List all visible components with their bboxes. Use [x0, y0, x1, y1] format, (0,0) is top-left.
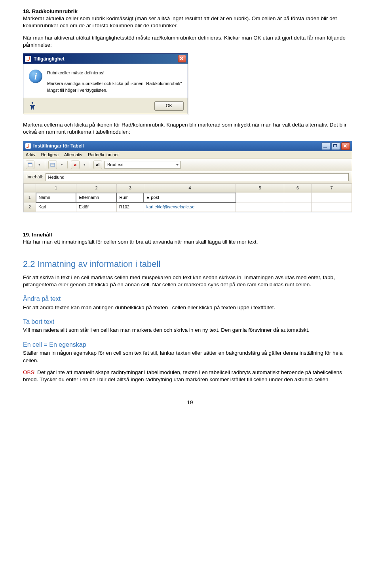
maximize-button[interactable] — [331, 142, 340, 150]
p-change-text: För att ändra texten kan man antingen du… — [23, 304, 357, 311]
obs-label: OBS! — [23, 369, 36, 375]
col-header[interactable]: 1 — [36, 183, 76, 193]
p-remove-text: Vill man radera allt som står i en cell … — [23, 327, 357, 334]
combo-value: Brödtext — [107, 162, 124, 168]
cell[interactable] — [236, 193, 284, 202]
a-color-icon[interactable]: a — [71, 161, 80, 169]
menu-arkiv[interactable]: Arkiv — [26, 152, 35, 158]
table-row: 2 Karl Eklöf R102 karl.eklof@senselogic.… — [24, 202, 352, 212]
content-bar: Innehåll: Hedlund — [23, 171, 352, 183]
ok-button[interactable]: OK — [154, 101, 184, 111]
dialog-title: Tillgänglighet — [34, 56, 65, 62]
col-header[interactable]: 5 — [236, 183, 284, 193]
dialog-line1: Rubrikceller måste definieras! — [47, 70, 182, 76]
menubar: Arkiv Redigera Alternativ Rader/kolumner — [23, 151, 352, 159]
cell[interactable]: Efternamn — [76, 193, 116, 202]
menu-redigera[interactable]: Redigera — [41, 152, 59, 158]
cell[interactable]: R102 — [116, 202, 144, 212]
col-header[interactable]: 2 — [76, 183, 116, 193]
menu-rader-kolumner[interactable]: Rader/kolumner — [88, 152, 119, 158]
cell[interactable] — [236, 202, 284, 212]
section-2-2-heading: 2.2 Inmatning av information i tabell — [23, 258, 357, 270]
info-icon: i — [29, 70, 42, 83]
p-cell-property: Ställer man in någon egenskap för en cel… — [23, 350, 357, 364]
java-icon — [25, 143, 31, 149]
toolbar-icon-generic[interactable] — [48, 161, 57, 169]
cell[interactable]: E-post — [144, 193, 236, 202]
accessibility-dialog: Tillgänglighet i Rubrikceller måste defi… — [23, 53, 188, 114]
cell[interactable]: karl.eklof@senselogic.se — [144, 202, 236, 212]
heading-remove-text: Ta bort text — [23, 318, 357, 326]
section18-p2: När man har aktiverat utökat tillgänglig… — [23, 35, 346, 48]
heading-change-text: Ändra på text — [23, 295, 357, 303]
col-header[interactable]: 3 — [116, 183, 144, 193]
email-link[interactable]: karl.eklof@senselogic.se — [146, 204, 195, 209]
section18-heading: 18. Rad/kolumnrubrik — [23, 8, 78, 14]
style-combo[interactable]: Brödtext — [104, 161, 180, 169]
cell[interactable] — [311, 193, 352, 202]
close-icon[interactable] — [178, 55, 186, 62]
heading-cell-property: En cell = En egenskap — [23, 340, 357, 349]
corner-cell — [24, 183, 36, 193]
dialog-line2: Markera samtliga rubrikceller och klicka… — [47, 80, 182, 94]
cell[interactable]: Rum — [116, 193, 144, 202]
content-input[interactable]: Hedlund — [46, 173, 349, 181]
svg-rect-2 — [28, 163, 32, 164]
section19-heading: 19. Innehåll — [23, 232, 52, 238]
toolbar: ▾ ▾ a ▾ aI Brödtext — [23, 159, 352, 171]
page-number: 19 — [23, 399, 357, 406]
obs-text: Det går inte att manuellt skapa radbrytn… — [23, 369, 342, 382]
content-label: Innehåll: — [27, 174, 43, 180]
toolbar-icon-generic[interactable] — [26, 161, 34, 169]
toolbar-separator — [45, 161, 45, 168]
menu-alternativ[interactable]: Alternativ — [64, 152, 82, 158]
cell[interactable]: Namn — [36, 193, 76, 202]
section18-p1: Markerar aktuella celler som rubrik kodm… — [23, 15, 337, 28]
cell[interactable]: Eklöf — [76, 202, 116, 212]
row-header[interactable]: 2 — [24, 202, 36, 212]
cell[interactable]: Karl — [36, 202, 76, 212]
cell[interactable] — [311, 202, 352, 212]
java-icon — [25, 56, 31, 62]
section-2-2-p1: För att skriva in text i en cell markera… — [23, 274, 357, 288]
close-button[interactable] — [341, 142, 350, 150]
toolbar-separator — [67, 161, 68, 168]
chevron-down-icon[interactable]: ▾ — [37, 161, 42, 169]
svg-point-0 — [32, 102, 33, 104]
section19-p: Här har man ett inmatningsfält för celle… — [23, 239, 258, 245]
col-header[interactable]: 4 — [144, 183, 236, 193]
table-row: 1 Namn Efternamn Rum E-post — [24, 193, 352, 202]
al-icon[interactable]: aI — [93, 161, 102, 169]
cell[interactable] — [284, 202, 312, 212]
cell[interactable] — [284, 193, 312, 202]
toolbar-separator — [90, 161, 90, 168]
row-header[interactable]: 1 — [24, 193, 36, 202]
dialog-titlebar: Tillgänglighet — [23, 54, 188, 64]
accessibility-icon — [27, 102, 38, 110]
window-title: Inställningar för Tabell — [33, 143, 84, 149]
col-header[interactable]: 6 — [284, 183, 312, 193]
table-settings-window: Inställningar för Tabell Arkiv Redigera … — [23, 141, 352, 212]
col-header[interactable]: 7 — [311, 183, 352, 193]
minimize-button[interactable] — [321, 142, 330, 150]
chevron-down-icon[interactable]: ▾ — [59, 161, 64, 169]
table-grid: 1 2 3 4 5 6 7 1 Namn Efternamn Rum E-pos… — [23, 183, 352, 212]
window-titlebar: Inställningar för Tabell — [23, 141, 352, 151]
after-dialog-paragraph: Markera cellerna och klicka på ikonen fö… — [23, 122, 347, 135]
chevron-down-icon[interactable]: ▾ — [82, 161, 87, 169]
